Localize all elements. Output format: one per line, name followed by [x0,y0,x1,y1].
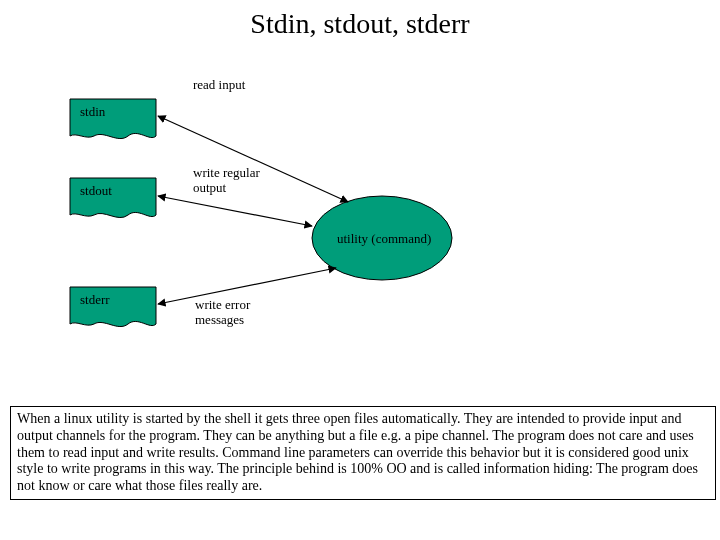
label-read-input: read input [193,78,245,93]
description-box: When a linux utility is started by the s… [10,406,716,500]
node-stderr-label: stderr [80,292,110,307]
arrow-stdout-utility [158,196,312,226]
svg-point-0 [312,196,452,280]
label-write-regular-output: write regular output [193,166,260,196]
node-stderr: stderr [70,287,156,327]
node-stdin: stdin [70,99,156,139]
node-stdout: stdout [70,178,156,218]
node-stdout-label: stdout [80,183,112,198]
description-text: When a linux utility is started by the s… [17,411,698,493]
page-title: Stdin, stdout, stderr [0,8,720,40]
label-write-error-messages: write error messages [195,298,250,328]
node-utility: utility (command) [312,196,452,280]
node-utility-label: utility (command) [337,231,431,246]
node-stdin-label: stdin [80,104,106,119]
